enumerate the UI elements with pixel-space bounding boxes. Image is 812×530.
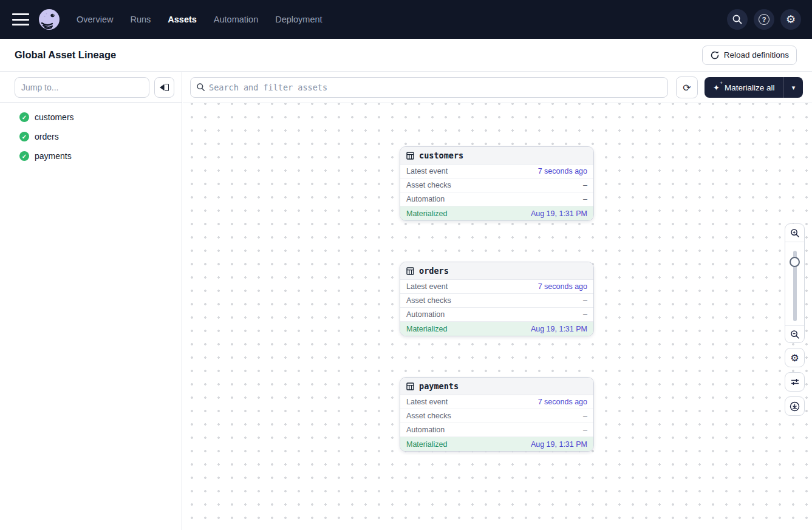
status-badge: Materialized xyxy=(406,325,447,333)
asset-sidebar: ✓ customers ✓ orders ✓ payments xyxy=(0,72,182,530)
zoom-slider-handle[interactable] xyxy=(790,257,800,267)
filters-icon xyxy=(790,377,800,387)
node-row-materialized: Materialized Aug 19, 1:31 PM xyxy=(400,322,593,336)
zoom-in-button[interactable] xyxy=(785,224,804,242)
asset-name: customers xyxy=(419,151,463,160)
sidebar-asset-label: payments xyxy=(35,151,72,161)
refresh-icon: ⟳ xyxy=(683,82,691,93)
nav-item-runs[interactable]: Runs xyxy=(130,15,151,24)
reload-definitions-label: Reload definitions xyxy=(724,50,789,59)
node-row-automation: Automation – xyxy=(400,423,593,437)
node-row-materialized: Materialized Aug 19, 1:31 PM xyxy=(400,206,593,220)
reload-icon xyxy=(710,50,720,60)
materialization-timestamp-link[interactable]: Aug 19, 1:31 PM xyxy=(531,325,587,333)
latest-event-link[interactable]: 7 seconds ago xyxy=(538,282,587,291)
materialization-timestamp-link[interactable]: Aug 19, 1:31 PM xyxy=(531,209,587,218)
materialize-dropdown-button[interactable]: ▾ xyxy=(783,77,803,98)
gear-icon[interactable]: ⚙ xyxy=(780,9,801,30)
nav-item-deployment[interactable]: Deployment xyxy=(275,15,322,24)
node-row-asset-checks: Asset checks – xyxy=(400,409,593,423)
node-row-latest-event: Latest event 7 seconds ago xyxy=(400,165,593,178)
status-badge: Materialized xyxy=(406,440,447,449)
app-window: Overview Runs Assets Automation Deployme… xyxy=(0,0,812,530)
asset-node-customers[interactable]: customers Latest event 7 seconds ago Ass… xyxy=(400,146,594,221)
node-row-latest-event: Latest event 7 seconds ago xyxy=(400,395,593,409)
download-icon xyxy=(790,401,800,412)
materialize-all-split-button: ✦+ Materialize all ▾ xyxy=(705,77,803,98)
latest-event-link[interactable]: 7 seconds ago xyxy=(538,398,587,406)
search-icon[interactable] xyxy=(727,9,748,30)
table-icon xyxy=(406,382,414,390)
asset-name: orders xyxy=(419,266,449,276)
asset-name: payments xyxy=(419,381,459,391)
sidebar-asset-customers[interactable]: ✓ customers xyxy=(0,107,182,127)
nav-item-assets[interactable]: Assets xyxy=(168,15,197,24)
asset-node-header[interactable]: payments xyxy=(400,378,593,395)
check-circle-icon: ✓ xyxy=(19,132,29,141)
sidebar-asset-label: orders xyxy=(35,132,59,141)
top-nav: Overview Runs Assets Automation Deployme… xyxy=(0,0,812,39)
reload-definitions-button[interactable]: Reload definitions xyxy=(702,46,797,65)
download-image-button[interactable] xyxy=(785,396,805,416)
status-badge: Materialized xyxy=(406,209,447,218)
node-row-asset-checks: Asset checks – xyxy=(400,294,593,308)
check-circle-icon: ✓ xyxy=(19,151,29,161)
collapse-panel-button[interactable] xyxy=(154,77,174,98)
zoom-control-group xyxy=(785,223,805,343)
hamburger-menu-icon[interactable] xyxy=(12,13,29,25)
graph-settings-button[interactable]: ⚙ xyxy=(785,348,805,367)
page-title: Global Asset Lineage xyxy=(15,49,116,61)
nav-items: Overview Runs Assets Automation Deployme… xyxy=(77,15,322,24)
refresh-button[interactable]: ⟳ xyxy=(676,76,698,98)
zoom-out-icon xyxy=(790,330,800,339)
nav-item-overview[interactable]: Overview xyxy=(77,15,113,24)
jump-to-input[interactable] xyxy=(15,77,149,98)
node-row-automation: Automation – xyxy=(400,192,593,206)
node-row-materialized: Materialized Aug 19, 1:31 PM xyxy=(400,437,593,451)
help-icon[interactable]: ? xyxy=(754,9,774,30)
node-row-latest-event: Latest event 7 seconds ago xyxy=(400,280,593,294)
table-icon xyxy=(406,152,414,160)
collapse-panel-icon xyxy=(160,84,164,90)
chevron-down-icon: ▾ xyxy=(792,84,796,92)
search-icon xyxy=(196,83,205,92)
materialization-timestamp-link[interactable]: Aug 19, 1:31 PM xyxy=(531,440,587,449)
materialize-all-label: Materialize all xyxy=(725,83,775,92)
asset-node-payments[interactable]: payments Latest event 7 seconds ago Asse… xyxy=(400,377,594,452)
sparkle-icon: ✦+ xyxy=(713,84,720,92)
dagster-logo-icon[interactable] xyxy=(38,8,61,31)
sidebar-asset-orders[interactable]: ✓ orders xyxy=(0,127,182,146)
check-circle-icon: ✓ xyxy=(19,112,29,122)
lineage-canvas[interactable]: customers Latest event 7 seconds ago Ass… xyxy=(183,103,812,530)
asset-node-orders[interactable]: orders Latest event 7 seconds ago Asset … xyxy=(400,262,594,336)
asset-search-input[interactable] xyxy=(190,77,668,98)
gear-icon: ⚙ xyxy=(790,352,799,364)
sidebar-asset-list: ✓ customers ✓ orders ✓ payments xyxy=(0,103,182,166)
asset-node-header[interactable]: orders xyxy=(400,262,593,280)
graph-filters-button[interactable] xyxy=(785,372,805,392)
sidebar-asset-label: customers xyxy=(35,112,74,122)
asset-node-header[interactable]: customers xyxy=(400,147,593,165)
zoom-in-icon xyxy=(790,228,800,238)
table-icon xyxy=(406,267,414,275)
sidebar-asset-payments[interactable]: ✓ payments xyxy=(0,146,182,166)
materialize-all-button[interactable]: ✦+ Materialize all xyxy=(705,77,783,98)
sidebar-header xyxy=(0,72,182,103)
nav-item-automation[interactable]: Automation xyxy=(214,15,258,24)
latest-event-link[interactable]: 7 seconds ago xyxy=(538,167,587,175)
node-row-asset-checks: Asset checks – xyxy=(400,178,593,192)
graph-toolbar: ⟳ ✦+ Materialize all ▾ xyxy=(183,72,812,103)
zoom-out-button[interactable] xyxy=(785,325,804,342)
zoom-slider[interactable] xyxy=(785,242,804,325)
page-header: Global Asset Lineage Reload definitions xyxy=(0,39,812,72)
node-row-automation: Automation – xyxy=(400,308,593,322)
